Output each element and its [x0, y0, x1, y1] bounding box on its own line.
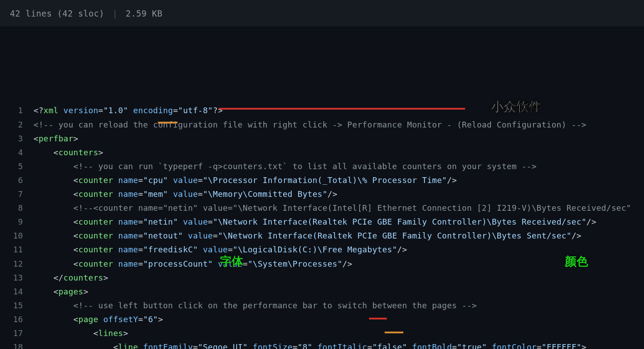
- code-line[interactable]: 12 <counter name="processCount" value="\…: [0, 257, 644, 271]
- code-line[interactable]: 15 <!-- use left button click on the per…: [0, 298, 644, 312]
- line-count: 42 lines (42 sloc): [10, 9, 104, 18]
- line-number: 10: [0, 229, 34, 243]
- code-line[interactable]: 13 </counters>: [0, 271, 644, 285]
- line-number: 8: [0, 201, 34, 215]
- line-number: 7: [0, 187, 34, 201]
- line-number: 15: [0, 298, 34, 312]
- line-number: 9: [0, 215, 34, 229]
- line-number: 5: [0, 159, 34, 173]
- code-content: <!-- use left button click on the perfor…: [34, 298, 477, 312]
- line-number: 4: [0, 145, 34, 159]
- line-number: 3: [0, 132, 34, 145]
- line-number: 2: [0, 118, 34, 132]
- line-number: 14: [0, 285, 34, 298]
- code-content: </counters>: [34, 271, 108, 285]
- code-line[interactable]: 1<?xml version="1.0" encoding="utf-8"?>: [0, 103, 644, 117]
- code-content: <pages>: [34, 285, 89, 298]
- code-line[interactable]: 9 <counter name="netin" value="\Network …: [0, 215, 644, 229]
- file-size: 2.59 KB: [126, 9, 162, 18]
- line-number: 13: [0, 271, 34, 285]
- code-content: <!-- you can run `typeperf -q>counters.t…: [34, 159, 537, 173]
- code-content: <counter name="netout" value="\Network I…: [34, 229, 581, 243]
- code-line[interactable]: 6 <counter name="cpu" value="\Processor …: [0, 173, 644, 187]
- code-line[interactable]: 8 <!--<counter name="netin" value="\Netw…: [0, 201, 644, 215]
- line-number: 18: [0, 340, 34, 349]
- code-content: <!-- you can reload the configuration fi…: [34, 118, 586, 132]
- code-line[interactable]: 18 <line fontFamily="Segoe UI" fontSize=…: [0, 340, 644, 349]
- code-content: <!--<counter name="netin" value="\Networ…: [34, 201, 631, 215]
- code-line[interactable]: 3<perfbar>: [0, 132, 644, 145]
- line-number: 17: [0, 326, 34, 340]
- code-line[interactable]: 5 <!-- you can run `typeperf -q>counters…: [0, 159, 644, 173]
- code-content: <perfbar>: [34, 132, 78, 145]
- code-content: <counter name="netin" value="\Network In…: [34, 215, 597, 229]
- code-content: <lines>: [34, 326, 128, 340]
- code-line[interactable]: 10 <counter name="netout" value="\Networ…: [0, 229, 644, 243]
- code-line[interactable]: 4 <counters>: [0, 145, 644, 159]
- code-content: <counter name="cpu" value="\Processor In…: [34, 173, 457, 187]
- line-number: 11: [0, 243, 34, 256]
- code-line[interactable]: 11 <counter name="freediskC" value="\Log…: [0, 243, 644, 256]
- code-content: <counter name="processCount" value="\Sys…: [34, 257, 352, 271]
- line-number: 12: [0, 257, 34, 271]
- code-content: <counter name="freediskC" value="\Logica…: [34, 243, 407, 256]
- code-line[interactable]: 17 <lines>: [0, 326, 644, 340]
- code-content: <line fontFamily="Segoe UI" fontSize="8"…: [34, 340, 586, 349]
- code-content: <page offsetY="6">: [34, 312, 163, 326]
- code-line[interactable]: 2<!-- you can reload the configuration f…: [0, 118, 644, 132]
- code-line[interactable]: 16 <page offsetY="6">: [0, 312, 644, 326]
- line-number: 16: [0, 312, 34, 326]
- line-number: 1: [0, 103, 34, 117]
- code-viewer[interactable]: 1<?xml version="1.0" encoding="utf-8"?>2…: [0, 27, 644, 349]
- code-content: <counter name="mem" value="\Memory\Commi…: [34, 187, 337, 201]
- code-line[interactable]: 7 <counter name="mem" value="\Memory\Com…: [0, 187, 644, 201]
- line-number: 6: [0, 173, 34, 187]
- code-content: <counters>: [34, 145, 103, 159]
- file-info-header: 42 lines (42 sloc) | 2.59 KB: [0, 0, 644, 27]
- code-content: <?xml version="1.0" encoding="utf-8"?>: [34, 103, 223, 117]
- code-line[interactable]: 14 <pages>: [0, 285, 644, 298]
- header-separator: |: [112, 9, 118, 18]
